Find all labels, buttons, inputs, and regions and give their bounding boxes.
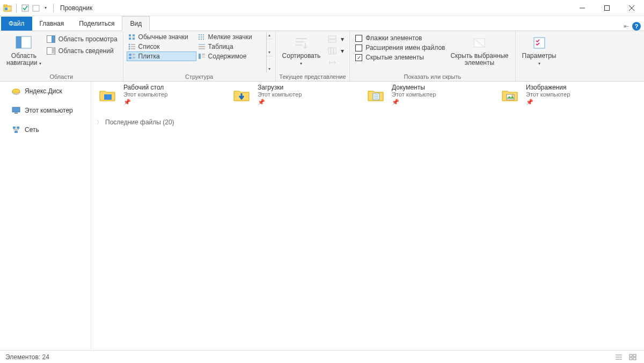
svg-rect-54 [328, 40, 336, 42]
layout-tiles[interactable]: Плитка [127, 51, 196, 61]
window-controls [570, 0, 644, 16]
size-columns-button[interactable] [326, 57, 346, 69]
view-large-toggle[interactable] [627, 352, 639, 362]
ribbon: Область навигации ▾ Область просмотра Об… [0, 31, 644, 82]
svg-rect-6 [605, 5, 610, 10]
explorer-body: Яндекс.Диск Этот компьютер Сеть Рабочий … [0, 82, 644, 350]
add-columns-button[interactable]: ▾ [326, 45, 346, 57]
status-item-count: Элементов: 24 [5, 353, 49, 361]
ribbon-group-panes: Область навигации ▾ Область просмотра Об… [0, 31, 123, 81]
tiles-icon [128, 52, 136, 61]
ribbon-group-options: Параметры▾ [516, 31, 563, 81]
size-columns-icon [328, 58, 336, 67]
layout-small-icons[interactable]: Мелкие значки [196, 32, 266, 42]
svg-rect-79 [633, 354, 636, 357]
nav-this-pc[interactable]: Этот компьютер [0, 104, 91, 117]
checkbox-unchecked-icon [355, 45, 362, 51]
spin-up-icon[interactable]: ▴ [267, 32, 272, 39]
spin-down-icon[interactable]: ▾ [267, 49, 272, 56]
minimize-button[interactable] [570, 0, 595, 16]
svg-rect-21 [133, 38, 135, 40]
item-checkboxes-toggle[interactable]: Флажки элементов [353, 33, 447, 43]
svg-rect-18 [129, 34, 131, 36]
content-icon [197, 52, 206, 61]
maximize-button[interactable] [595, 0, 619, 16]
svg-rect-2 [5, 8, 8, 10]
folder-downloads-icon [231, 84, 252, 105]
group-label-panes: Области [3, 72, 120, 81]
sort-icon [292, 34, 310, 51]
tile-desktop[interactable]: Рабочий стол Этот компьютер 📌 [97, 84, 220, 106]
spin-expand-icon[interactable]: ▾ [267, 66, 272, 72]
new-folder-icon[interactable] [32, 4, 40, 12]
pin-icon: 📌 [392, 99, 399, 106]
ribbon-pin-icon[interactable]: ⇤ [624, 23, 629, 30]
frequent-folders: Рабочий стол Этот компьютер 📌 Загрузки Э… [97, 84, 639, 106]
layout-spinner[interactable]: ▴▾▾ [266, 32, 272, 72]
chevron-right-icon: 〉 [97, 118, 102, 126]
options-icon [531, 34, 548, 51]
tab-share[interactable]: Поделиться [71, 17, 122, 31]
preview-pane-button[interactable]: Область просмотра [45, 33, 120, 45]
svg-rect-46 [199, 54, 201, 59]
layout-table[interactable]: Таблица [196, 42, 266, 51]
navigation-pane-button[interactable]: Область навигации ▾ [3, 32, 45, 72]
help-icon[interactable]: ? [632, 22, 641, 31]
titlebar: ▾ Проводник [0, 0, 644, 16]
ribbon-group-current-view: Сортировать▾ ▾ ▾ Текущее представление [276, 31, 350, 81]
svg-rect-53 [328, 36, 336, 39]
view-details-toggle[interactable] [613, 352, 625, 362]
options-button[interactable]: Параметры▾ [519, 32, 560, 72]
layout-list[interactable]: Список [127, 42, 196, 51]
file-extensions-toggle[interactable]: Расширения имен файлов [353, 43, 447, 53]
properties-icon[interactable] [21, 4, 30, 12]
nav-network[interactable]: Сеть [0, 123, 91, 136]
close-button[interactable] [619, 0, 644, 16]
svg-rect-68 [104, 94, 112, 100]
tile-pictures[interactable]: Изображения Этот компьютер 📌 [499, 84, 623, 106]
hide-selected-button[interactable]: Скрыть выбранные элементы [447, 32, 511, 72]
content-area[interactable]: Рабочий стол Этот компьютер 📌 Загрузки Э… [91, 82, 644, 350]
svg-rect-41 [201, 39, 202, 40]
checkbox-checked-icon: ✓ [355, 54, 362, 61]
group-label-show-hide: Показать или скрыть [353, 72, 511, 81]
hidden-items-toggle[interactable]: ✓Скрытые элементы [353, 53, 447, 62]
svg-rect-37 [199, 36, 200, 38]
recent-files-header[interactable]: 〉 Последние файлы (20) [97, 115, 639, 129]
svg-rect-10 [16, 36, 21, 48]
details-pane-button[interactable]: Область сведений [45, 45, 120, 57]
hide-selected-icon [471, 34, 488, 51]
navigation-pane-label: Область навигации ▾ [6, 53, 41, 67]
svg-rect-20 [129, 38, 131, 40]
layout-content[interactable]: Содержимое [196, 51, 266, 61]
nav-yandex-disk[interactable]: Яндекс.Диск [0, 85, 91, 98]
preview-pane-label: Область просмотра [58, 35, 118, 43]
qat-dropdown-icon[interactable]: ▾ [42, 5, 49, 10]
svg-rect-19 [133, 34, 135, 36]
tab-view[interactable]: Вид [122, 16, 150, 31]
group-by-button[interactable]: ▾ [326, 33, 346, 45]
table-icon [197, 42, 206, 51]
svg-rect-55 [328, 48, 331, 54]
svg-rect-35 [201, 34, 202, 35]
this-pc-icon [12, 106, 20, 115]
details-pane-icon [47, 47, 55, 55]
svg-rect-39 [203, 36, 204, 38]
layout-normal-icons[interactable]: Обычные значки [127, 32, 196, 42]
tile-downloads[interactable]: Загрузки Этот компьютер 📌 [231, 84, 354, 106]
svg-rect-36 [203, 34, 204, 35]
pin-icon: 📌 [123, 99, 131, 106]
folder-documents-icon [365, 84, 386, 105]
tab-file[interactable]: Файл [1, 17, 32, 31]
svg-rect-42 [203, 39, 204, 40]
tile-documents[interactable]: Документы Этот компьютер 📌 [365, 84, 488, 106]
add-columns-icon [328, 47, 336, 55]
pin-icon: 📌 [258, 99, 265, 106]
list-icon [128, 42, 136, 51]
svg-rect-12 [52, 36, 55, 43]
normal-icons-icon [128, 33, 136, 41]
sort-button[interactable]: Сортировать▾ [279, 32, 324, 72]
tab-home[interactable]: Главная [32, 17, 72, 31]
svg-rect-14 [52, 48, 55, 55]
svg-rect-66 [17, 127, 19, 129]
